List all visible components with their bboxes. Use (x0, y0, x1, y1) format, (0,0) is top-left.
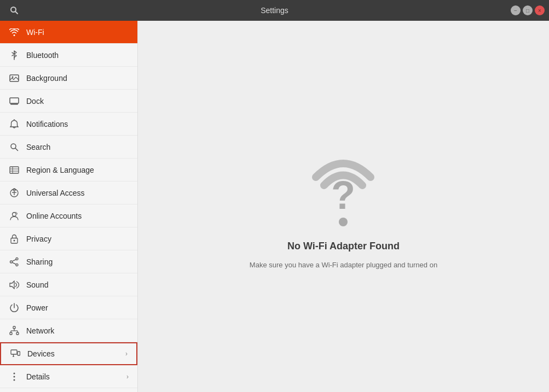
svg-rect-33 (11, 350, 17, 354)
svg-line-24 (12, 262, 16, 264)
svg-rect-5 (10, 98, 19, 103)
access-icon (9, 188, 20, 198)
sidebar-item-details[interactable]: Details › (0, 365, 137, 388)
sidebar-item-devices[interactable]: Devices › (0, 342, 137, 365)
background-icon (9, 73, 20, 84)
svg-point-41 (339, 218, 348, 226)
svg-point-38 (14, 376, 15, 377)
sidebar-item-power-label: Power (26, 303, 129, 312)
svg-point-19 (14, 239, 15, 241)
sidebar-item-sound[interactable]: Sound (0, 273, 137, 296)
devices-chevron-icon: › (125, 350, 128, 358)
sidebar-item-bluetooth-label: Bluetooth (26, 51, 129, 60)
devices-icon (10, 348, 21, 359)
svg-text:?: ? (331, 173, 355, 217)
titlebar-search-icon[interactable] (7, 3, 22, 18)
dock-icon (9, 96, 20, 107)
sidebar-item-access-label: Universal Access (26, 189, 129, 197)
sound-icon (9, 279, 20, 290)
main-panel: ? No Wi-Fi Adapter Found Make sure you h… (138, 21, 549, 392)
svg-point-37 (14, 372, 15, 374)
svg-rect-26 (13, 326, 15, 329)
sidebar-item-sharing-label: Sharing (26, 258, 129, 266)
svg-line-23 (12, 259, 16, 261)
sidebar-item-background[interactable]: Background (0, 67, 137, 90)
notifications-icon (9, 119, 20, 130)
sidebar-item-sharing[interactable]: Sharing (0, 250, 137, 273)
sidebar-item-accounts[interactable]: Online Accounts (0, 204, 137, 227)
sidebar-item-power[interactable]: Power (0, 296, 137, 319)
sidebar-item-access[interactable]: Universal Access (0, 182, 137, 204)
sidebar-item-wifi[interactable]: Wi-Fi (0, 21, 137, 44)
no-adapter-title: No Wi-Fi Adapter Found (287, 241, 400, 252)
sidebar: Wi-Fi Bluetooth (0, 21, 138, 392)
svg-rect-27 (10, 332, 12, 335)
no-adapter-subtitle: Make sure you have a Wi-Fi adapter plugg… (250, 261, 437, 269)
bluetooth-icon (9, 50, 20, 61)
svg-rect-6 (10, 103, 18, 104)
svg-point-17 (13, 212, 16, 216)
region-icon (9, 165, 20, 175)
sidebar-item-sound-label: Sound (26, 280, 129, 289)
sidebar-item-region-label: Region & Language (26, 166, 129, 174)
svg-rect-28 (16, 332, 19, 335)
sidebar-item-wifi-label: Wi-Fi (26, 28, 129, 37)
svg-rect-34 (18, 352, 20, 355)
app-window: Settings − □ × Wi-Fi (0, 0, 549, 392)
no-wifi-adapter-icon: ? (299, 144, 387, 232)
accounts-icon (9, 210, 20, 221)
maximize-button[interactable]: □ (523, 5, 533, 15)
sidebar-item-details-label: Details (26, 372, 120, 381)
no-adapter-container: ? No Wi-Fi Adapter Found Make sure you h… (250, 144, 437, 269)
privacy-icon (9, 233, 20, 244)
sidebar-item-background-label: Background (26, 74, 129, 83)
close-button[interactable]: × (535, 5, 545, 15)
svg-marker-25 (10, 281, 14, 289)
sidebar-item-accounts-label: Online Accounts (26, 212, 129, 220)
sidebar-item-search-label: Search (26, 143, 129, 151)
details-chevron-icon: › (126, 373, 129, 381)
sharing-icon (9, 256, 20, 267)
sidebar-item-bluetooth[interactable]: Bluetooth (0, 44, 137, 67)
svg-point-4 (12, 76, 14, 78)
svg-point-20 (16, 258, 18, 260)
details-icon (9, 371, 20, 382)
svg-point-21 (10, 261, 13, 263)
sidebar-item-notifications-label: Notifications (26, 120, 129, 128)
sidebar-item-privacy-label: Privacy (26, 235, 129, 243)
sidebar-item-dock-label: Dock (26, 97, 129, 106)
titlebar-title: Settings (261, 6, 288, 15)
svg-point-22 (16, 264, 18, 266)
sidebar-item-privacy[interactable]: Privacy (0, 227, 137, 250)
sidebar-item-dock[interactable]: Dock (0, 90, 137, 113)
minimize-button[interactable]: − (511, 5, 521, 15)
search-icon (9, 142, 20, 153)
power-icon (9, 302, 20, 313)
titlebar: Settings − □ × (0, 0, 549, 21)
svg-line-1 (15, 11, 18, 14)
titlebar-controls: − □ × (511, 5, 545, 15)
svg-line-8 (15, 148, 18, 151)
sidebar-item-region[interactable]: Region & Language (0, 159, 137, 182)
network-icon (9, 325, 20, 336)
sidebar-item-devices-label: Devices (27, 349, 119, 358)
svg-point-39 (14, 379, 15, 381)
sidebar-item-network-label: Network (26, 326, 129, 335)
sidebar-item-notifications[interactable]: Notifications (0, 113, 137, 136)
content-area: Wi-Fi Bluetooth (0, 21, 549, 392)
sidebar-item-network[interactable]: Network (0, 319, 137, 342)
sidebar-item-search[interactable]: Search (0, 136, 137, 159)
svg-rect-9 (10, 167, 19, 173)
wifi-icon (9, 27, 20, 38)
